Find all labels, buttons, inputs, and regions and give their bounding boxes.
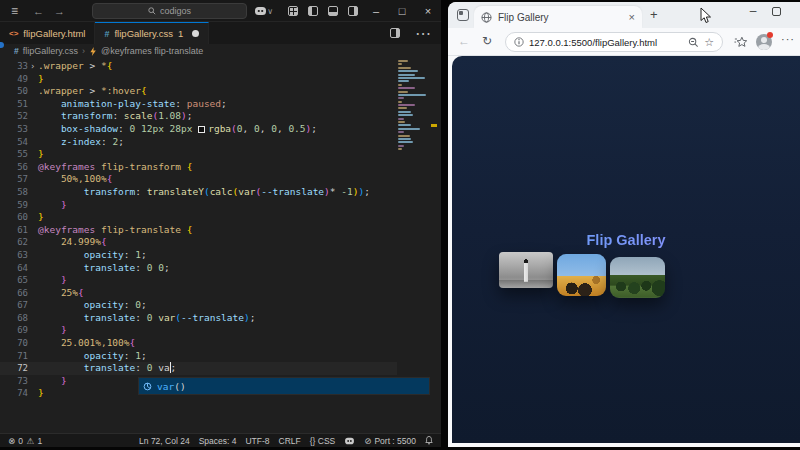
customize-layout-icon[interactable] [288,6,298,16]
copilot-status-icon[interactable] [344,437,355,445]
code-line-60[interactable]: 60} [0,211,397,224]
keyframes-symbol-icon [89,47,97,56]
code-line-72[interactable]: 72 translate: 0 va; [0,362,397,375]
gallery-image-lighthouse-grayscale[interactable] [499,252,553,288]
editor-tab-bar: <> flipGallery.html # flipGallery.css 1 … [0,22,441,44]
code-text: } [28,324,67,337]
warning-icon: ⚠ [27,436,35,446]
browser-maximize-button[interactable] [772,7,781,16]
tab-flipgallery-html[interactable]: <> flipGallery.html [0,22,95,44]
live-server-port[interactable]: ⊘ Port : 5500 [364,436,416,446]
cursor-position[interactable]: Ln 72, Col 24 [139,436,190,446]
code-line-64[interactable]: 64 translate: 0 0; [0,262,397,275]
address-bar[interactable]: 127.0.0.1:5500/flipGallery.html ☆ [505,32,723,52]
tab-flipgallery-css[interactable]: # flipGallery.css 1 [95,22,209,44]
language-mode[interactable]: {} CSS [310,436,336,446]
toggle-sidebar-icon[interactable] [308,6,318,16]
intellisense-popup[interactable]: var() [138,377,430,395]
code-line-52[interactable]: 52 transform: scale(1.08); [0,110,397,123]
code-line-70[interactable]: 70 25.001%,100%{ [0,337,397,350]
eol-sequence[interactable]: CRLF [279,436,301,446]
reload-icon[interactable]: ↻ [482,34,492,48]
tab-close-icon[interactable]: × [629,11,635,23]
collections-icon[interactable] [734,36,748,49]
browser-tab-strip: Flip Gallery × + – [448,2,800,28]
menu-icon[interactable]: ≡ [11,4,18,18]
browser-toolbar: ← ↻ 127.0.0.1:5500/flipGallery.html ☆ ··… [448,28,800,56]
split-editor-icon[interactable] [390,28,400,38]
code-text: } [28,387,44,400]
code-line-68[interactable]: 68 translate: 0 var(--translate); [0,312,397,325]
code-line-62[interactable]: 62 24.999%{ [0,236,397,249]
new-tab-button[interactable]: + [650,7,658,22]
line-number: 50 [0,85,28,98]
copilot-icon[interactable]: ∨ [254,6,273,16]
indentation[interactable]: Spaces: 4 [199,436,237,446]
code-line-66[interactable]: 66 25%{ [0,287,397,300]
minimap-line [398,87,415,89]
line-number: 74 [0,387,28,400]
code-line-71[interactable]: 71 opacity: 1; [0,350,397,363]
browser-tab[interactable]: Flip Gallery × [474,6,642,28]
gallery-row [499,249,665,298]
bell-icon[interactable] [425,436,433,445]
minimap-line [398,148,402,150]
more-actions-icon[interactable]: ⋯ [415,24,431,43]
code-line-50[interactable]: 50.wrapper > *:hover{ [0,85,397,98]
code-text: translate: 0 0; [28,262,170,275]
code-line-55[interactable]: 55} [0,148,397,161]
code-line-69[interactable]: 69 } [0,324,397,337]
code-line-49[interactable]: 49} [0,73,397,86]
minimap-line [398,97,404,99]
breadcrumb-file[interactable]: flipGallery.css [23,46,78,56]
favorite-star-icon[interactable]: ☆ [704,36,714,49]
warning-marker [431,124,437,127]
code-line-63[interactable]: 63 opacity: 1; [0,249,397,262]
browser-menu-icon[interactable]: ··· [781,33,795,45]
gallery-image-hay-field[interactable] [557,254,606,296]
browser-minimize-button[interactable]: – [738,4,768,24]
mouse-cursor [700,7,712,24]
code-line-56[interactable]: 56@keyframes flip-transform { [0,161,397,174]
minimize-button[interactable]: – [363,0,389,22]
warnings-indicator[interactable]: ⚠ 1 [27,436,42,446]
line-number: 52 [0,110,28,123]
line-number: 57 [0,173,28,186]
code-line-57[interactable]: 57 50%,100%{ [0,173,397,186]
browser-back-icon[interactable]: ← [458,34,470,48]
back-icon[interactable]: ← [33,5,44,17]
code-line-58[interactable]: 58 transform: translateY(calc(var(--tran… [0,186,397,199]
forward-icon[interactable]: → [54,5,65,17]
unsaved-dot-icon[interactable] [192,30,199,37]
site-info-icon[interactable] [514,37,524,47]
code-line-59[interactable]: 59 } [0,199,397,212]
code-text: } [28,199,67,212]
minimap-line [398,77,425,79]
minimap[interactable] [398,60,428,152]
code-line-33[interactable]: 33›.wrapper > *{ [0,60,397,73]
line-number: 59 [0,199,28,212]
code-line-61[interactable]: 61@keyframes flip-translate { [0,224,397,237]
code-line-51[interactable]: 51 animation-play-state: paused; [0,98,397,111]
close-button[interactable]: × [415,0,441,22]
maximize-button[interactable]: □ [389,0,415,22]
encoding[interactable]: UTF-8 [245,436,269,446]
code-line-65[interactable]: 65 } [0,274,397,287]
toggle-panel-icon[interactable] [328,6,338,16]
code-line-53[interactable]: 53 box-shadow: 0 12px 28px rgba(0, 0, 0,… [0,123,397,136]
zoom-out-icon[interactable] [688,37,699,48]
code-line-67[interactable]: 67 opacity: 0; [0,299,397,312]
suggestion-match: var [157,381,174,392]
command-center-search[interactable]: codigos [92,3,247,19]
errors-indicator[interactable]: ⊗ 0 [8,436,23,446]
breadcrumb-symbol[interactable]: @keyframes flip-translate [101,46,203,56]
code-text: @keyframes flip-transform { [28,161,192,174]
fold-chevron-icon[interactable]: › [30,60,35,73]
toggle-secondary-sidebar-icon[interactable] [348,6,358,16]
overview-ruler[interactable] [429,58,441,433]
line-number: 53 [0,123,28,136]
tab-actions-menu-icon[interactable] [457,9,469,21]
code-text: transform: translateY(calc(var(--transla… [28,186,370,199]
code-line-54[interactable]: 54 z-index: 2; [0,136,397,149]
gallery-image-garden-stones[interactable] [610,257,665,298]
